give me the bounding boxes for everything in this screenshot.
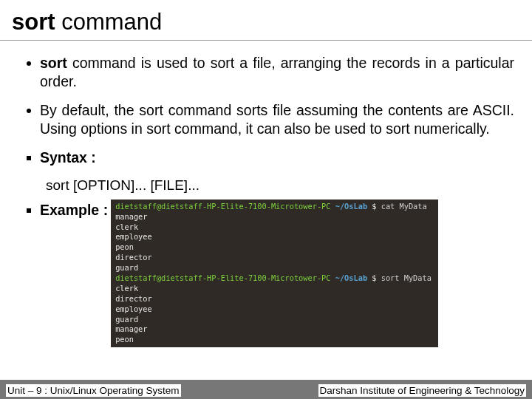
title-rest: command: [55, 9, 163, 35]
cmd-1: cat MyData: [381, 202, 427, 211]
out-line: peon: [115, 242, 134, 251]
footer-left: Unit – 9 : Unix/Linux Operating System: [6, 384, 181, 397]
syntax-heading: Syntax :: [27, 149, 514, 167]
out-line: manager: [115, 212, 147, 221]
content-area: sort command is used to sort a file, arr…: [0, 41, 532, 347]
example-row: Example : dietstaff@dietstaff-HP-Elite-7…: [27, 201, 514, 347]
prompt-path: ~/OsLab: [335, 202, 367, 211]
bullet-2: By default, the sort command sorts file …: [27, 101, 514, 138]
out-line: clerk: [115, 284, 138, 293]
out-line: director: [115, 294, 152, 303]
footer-right: Darshan Institute of Engineering & Techn…: [318, 384, 526, 397]
terminal-screenshot: dietstaff@dietstaff-HP-Elite-7100-Microt…: [111, 200, 438, 347]
bullet-1-text: sort command is used to sort a file, arr…: [40, 54, 514, 91]
prompt-user: dietstaff@dietstaff-HP-Elite-7100-Microt…: [115, 273, 330, 282]
syntax-line: sort [OPTION]... [FILE]...: [46, 177, 514, 194]
square-bullet-icon: [27, 208, 31, 213]
syntax-label-text: Syntax :: [40, 149, 96, 166]
out-line: manager: [115, 324, 147, 333]
bullet-1: sort command is used to sort a file, arr…: [27, 54, 514, 91]
out-line: director: [115, 253, 152, 262]
bullet-2-text: By default, the sort command sorts file …: [40, 101, 514, 138]
slide: sort command sort command is used to sor…: [0, 0, 532, 399]
out-line: clerk: [115, 222, 138, 231]
bullet-1-bold: sort: [40, 55, 67, 71]
page-title: sort command: [0, 0, 532, 41]
out-line: employee: [115, 232, 152, 241]
syntax-label: Syntax :: [40, 149, 514, 167]
prompt-user: dietstaff@dietstaff-HP-Elite-7100-Microt…: [115, 202, 330, 211]
square-bullet-icon: [27, 156, 31, 160]
title-bold: sort: [12, 9, 55, 35]
out-line: peon: [115, 335, 134, 344]
cmd-2: sort MyData: [381, 273, 432, 282]
out-line: guard: [115, 263, 138, 272]
prompt-dollar: $: [372, 273, 376, 282]
out-line: guard: [115, 315, 138, 324]
prompt-path: ~/OsLab: [335, 273, 367, 282]
out-line: employee: [115, 304, 152, 313]
bullet-icon: [27, 61, 31, 66]
bullet-icon: [27, 109, 31, 113]
bullet-1-rest: command is used to sort a file, arrangin…: [40, 55, 514, 89]
example-heading: Example :: [27, 201, 108, 219]
prompt-dollar: $: [372, 202, 376, 211]
example-label-text: Example :: [40, 201, 108, 219]
